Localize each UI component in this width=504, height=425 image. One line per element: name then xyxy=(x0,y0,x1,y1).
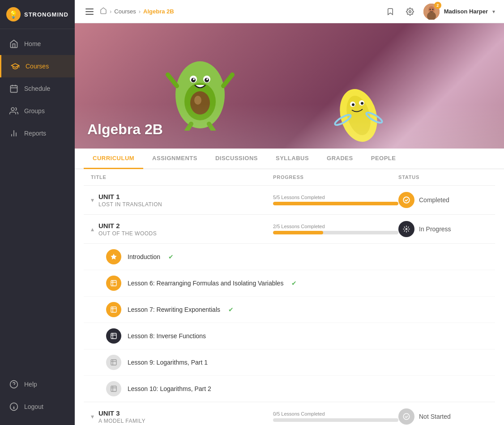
reports-icon xyxy=(9,128,19,138)
unit-row[interactable]: ▾ UNIT 1 LOST IN TRANSLATION 5/5 Lessons… xyxy=(84,186,495,215)
unit1-progress-bar xyxy=(273,202,398,205)
unit1-chevron: ▾ xyxy=(91,196,94,204)
sidebar-item-schedule[interactable]: Schedule xyxy=(0,77,75,100)
unit2-chevron: ▴ xyxy=(91,225,94,233)
list-item[interactable]: Lesson 7: Rewriting Exponentials ✔ xyxy=(84,297,495,323)
unit3-status: Not Started xyxy=(398,408,488,425)
unit2-lessons: Introduction ✔ Lesson 6: Rearranging For… xyxy=(84,244,495,402)
unit1-title-col: ▾ UNIT 1 LOST IN TRANSLATION xyxy=(91,193,273,208)
sidebar-item-home[interactable]: Home xyxy=(0,33,75,55)
svg-rect-52 xyxy=(111,360,116,365)
help-icon xyxy=(9,379,19,389)
lesson-icon-6 xyxy=(106,276,121,291)
sidebar-bottom: Help Logout xyxy=(0,373,75,425)
list-item[interactable]: Introduction ✔ xyxy=(84,244,495,270)
lesson-check-7: ✔ xyxy=(228,306,234,313)
content-area: Algebra 2B CURRICULUM ASSIGNMENTS DISCUS… xyxy=(75,23,504,425)
sidebar-item-label-home: Home xyxy=(24,40,41,47)
notification-badge: 2 xyxy=(434,2,441,9)
list-item[interactable]: Lesson 9: Logarithms, Part 1 xyxy=(84,349,495,376)
svg-line-29 xyxy=(223,75,232,86)
hero-banner: Algebra 2B xyxy=(75,23,504,149)
unit1-subtitle: LOST IN TRANSLATION xyxy=(98,201,162,208)
list-item[interactable]: Lesson 8: Inverse Functions xyxy=(84,323,495,349)
tab-grades[interactable]: GRADES xyxy=(318,149,362,169)
lesson-name-9: Lesson 9: Logarithms, Part 1 xyxy=(128,359,208,366)
unit2-progress-label: 2/5 Lessons Completed xyxy=(273,224,398,229)
svg-rect-43 xyxy=(111,280,116,286)
unit3-progress: 0/5 Lessons Completed xyxy=(273,411,398,422)
tab-curriculum[interactable]: CURRICULUM xyxy=(84,149,143,169)
unit3-title-col: ▾ UNIT 3 A MODEL FAMILY xyxy=(91,409,273,424)
tab-assignments[interactable]: ASSIGNMENTS xyxy=(143,149,206,169)
sidebar-nav: Home Courses Schedule Groups Reports xyxy=(0,29,75,373)
col-title: TITLE xyxy=(91,174,273,180)
lesson-icon-7 xyxy=(106,302,121,317)
curriculum-table: TITLE PROGRESS STATUS ▾ UNIT 1 LOST IN T… xyxy=(75,169,504,425)
svg-point-16 xyxy=(429,8,431,10)
svg-rect-0 xyxy=(11,85,17,92)
sidebar-item-help[interactable]: Help xyxy=(0,373,75,395)
logo-text: STRONGMIND xyxy=(24,11,68,18)
svg-rect-55 xyxy=(111,386,116,391)
col-status: STATUS xyxy=(398,174,488,180)
logout-icon xyxy=(9,402,19,412)
sidebar-item-reports[interactable]: Reports xyxy=(0,122,75,144)
avatar: 2 xyxy=(423,4,440,20)
unit1-progress: 5/5 Lessons Completed xyxy=(273,195,398,205)
unit2-name: UNIT 2 xyxy=(98,222,157,230)
lesson-name-7: Lesson 7: Rewriting Exponentials xyxy=(128,306,220,313)
sidebar-item-label-groups: Groups xyxy=(24,107,45,115)
lesson-name-intro: Introduction xyxy=(128,253,160,260)
lesson-name-6: Lesson 6: Rearranging Formulas and Isola… xyxy=(128,280,283,287)
course-tabs: CURRICULUM ASSIGNMENTS DISCUSSIONS SYLLA… xyxy=(75,149,504,169)
main-area: › Courses › Algebra 2B xyxy=(75,0,504,425)
schedule-icon xyxy=(9,84,19,94)
sidebar-item-label-schedule: Schedule xyxy=(24,85,50,92)
sidebar-item-label-logout: Logout xyxy=(24,403,43,410)
list-item[interactable]: Lesson 10: Logarithms, Part 2 xyxy=(84,376,495,402)
unit1-status: Completed xyxy=(398,192,488,208)
svg-point-27 xyxy=(206,78,208,80)
unit3-chevron: ▾ xyxy=(91,413,94,420)
svg-rect-49 xyxy=(111,333,116,339)
svg-marker-42 xyxy=(111,254,116,259)
tab-people[interactable]: PEOPLE xyxy=(362,149,405,169)
unit2-progress: 2/5 Lessons Completed xyxy=(273,224,398,234)
breadcrumb-home-icon[interactable] xyxy=(100,7,107,16)
unit3-name: UNIT 3 xyxy=(98,409,145,417)
unit2-status: In Progress xyxy=(398,221,488,237)
unit1-progress-label: 5/5 Lessons Completed xyxy=(273,195,398,200)
lesson-icon-10 xyxy=(106,381,121,396)
lesson-icon-intro xyxy=(106,249,121,264)
breadcrumb-courses[interactable]: Courses xyxy=(114,8,136,15)
user-name: Madison Harper xyxy=(444,8,488,15)
lesson-check-intro: ✔ xyxy=(168,253,174,260)
hamburger-button[interactable] xyxy=(84,7,95,17)
tab-syllabus[interactable]: SYLLABUS xyxy=(267,149,318,169)
col-progress: PROGRESS xyxy=(273,174,398,180)
user-menu[interactable]: 2 Madison Harper ▾ xyxy=(423,4,495,20)
groups-icon xyxy=(9,106,19,116)
sidebar-item-courses[interactable]: Courses xyxy=(0,55,75,77)
unit3-subtitle: A MODEL FAMILY xyxy=(98,418,145,424)
sidebar-item-groups[interactable]: Groups xyxy=(0,100,75,122)
lesson-icon-9 xyxy=(106,355,121,370)
list-item[interactable]: Lesson 6: Rearranging Formulas and Isola… xyxy=(84,270,495,297)
sidebar: 💡 STRONGMIND Home Courses Schedule Gro xyxy=(0,0,75,425)
unit1-status-icon xyxy=(398,192,414,208)
unit-row[interactable]: ▴ UNIT 2 OUT OF THE WOODS 2/5 Lessons Co… xyxy=(84,215,495,244)
bookmark-button[interactable] xyxy=(384,5,397,18)
breadcrumb-current: Algebra 2B xyxy=(143,8,174,15)
settings-button[interactable] xyxy=(404,5,416,18)
svg-point-4 xyxy=(11,108,14,111)
svg-point-12 xyxy=(409,10,411,13)
breadcrumb: › Courses › Algebra 2B xyxy=(100,7,174,16)
tab-discussions[interactable]: DISCUSSIONS xyxy=(206,149,267,169)
svg-point-21 xyxy=(194,96,201,105)
logo: 💡 STRONGMIND xyxy=(0,0,75,29)
svg-point-40 xyxy=(403,197,410,203)
unit-row[interactable]: ▾ UNIT 3 A MODEL FAMILY 0/5 Lessons Comp… xyxy=(84,402,495,425)
sidebar-item-logout[interactable]: Logout xyxy=(0,395,75,418)
unit1-status-label: Completed xyxy=(419,196,449,204)
